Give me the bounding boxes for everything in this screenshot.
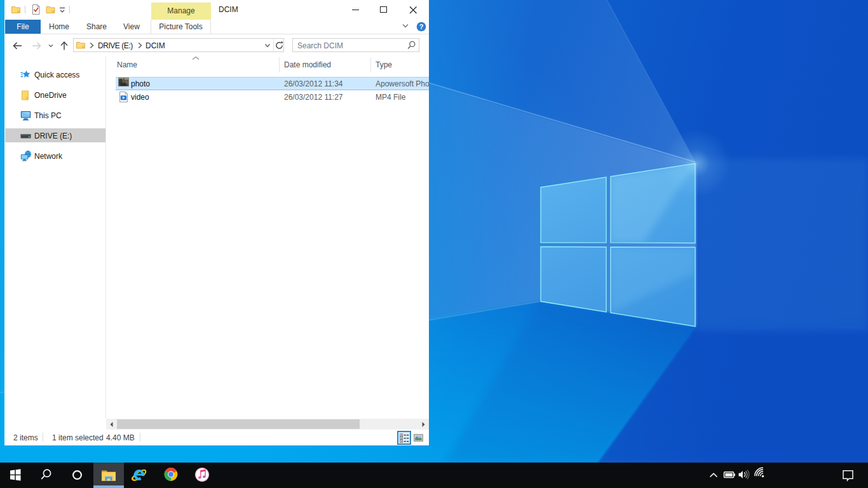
svg-text:?: ? xyxy=(419,23,424,30)
